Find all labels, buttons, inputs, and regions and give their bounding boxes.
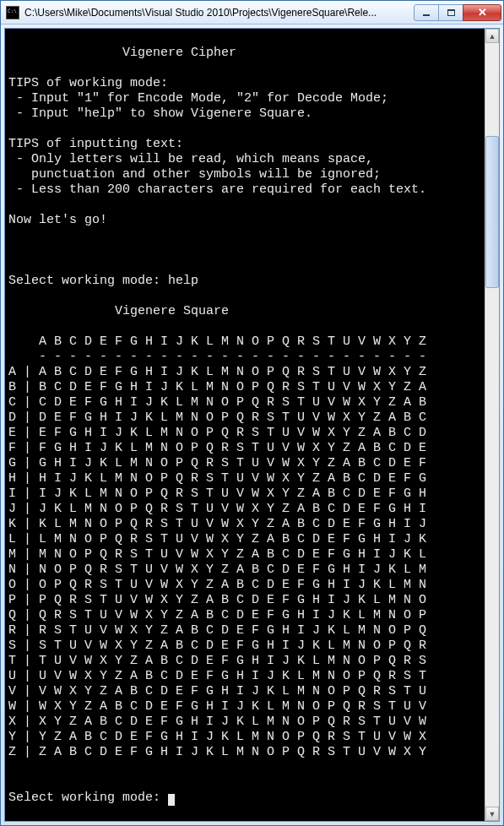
minimize-button[interactable] bbox=[414, 4, 439, 21]
chevron-down-icon: ▼ bbox=[489, 810, 496, 818]
scroll-thumb[interactable] bbox=[485, 136, 499, 288]
scroll-down-button[interactable]: ▼ bbox=[485, 807, 499, 821]
close-icon: ✕ bbox=[478, 7, 487, 18]
console-output[interactable]: Vigenere Cipher TIPS of working mode: - … bbox=[5, 29, 485, 821]
maximize-button[interactable] bbox=[438, 4, 463, 21]
app-window: C:\Users\Mike\Documents\Visual Studio 20… bbox=[0, 0, 504, 826]
vertical-scrollbar[interactable]: ▲ ▼ bbox=[485, 29, 499, 821]
window-title: C:\Users\Mike\Documents\Visual Studio 20… bbox=[24, 7, 415, 19]
prompt-text: Select working mode: bbox=[8, 791, 168, 805]
chevron-up-icon: ▲ bbox=[489, 32, 496, 41]
minimize-icon bbox=[423, 14, 430, 16]
maximize-icon bbox=[447, 9, 455, 16]
client-area: Vigenere Cipher TIPS of working mode: - … bbox=[4, 28, 500, 822]
scroll-track[interactable] bbox=[485, 43, 499, 807]
close-button[interactable]: ✕ bbox=[463, 4, 501, 21]
scroll-up-button[interactable]: ▲ bbox=[485, 29, 499, 43]
text-cursor bbox=[168, 794, 175, 806]
window-buttons: ✕ bbox=[415, 4, 501, 21]
titlebar[interactable]: C:\Users\Mike\Documents\Visual Studio 20… bbox=[1, 1, 503, 24]
app-icon bbox=[6, 6, 19, 19]
